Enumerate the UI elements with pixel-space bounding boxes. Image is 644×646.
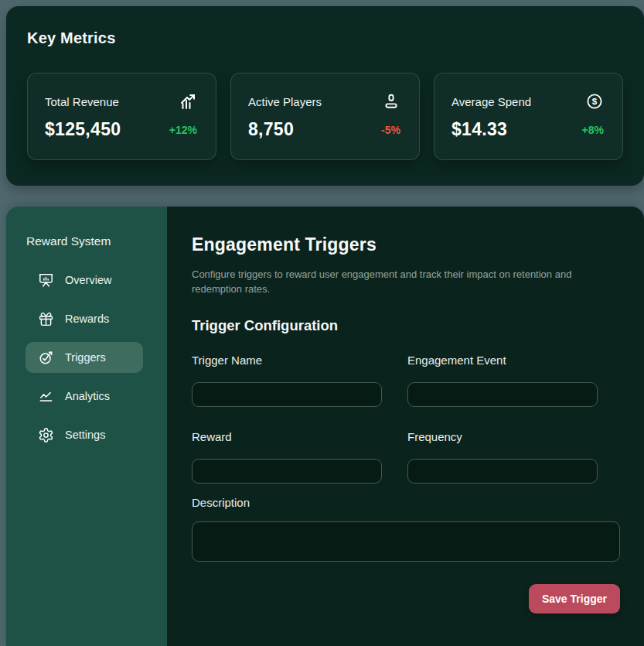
description-label: Description: [192, 496, 620, 509]
metric-label: Total Revenue: [45, 95, 119, 108]
trigger-configuration-form: Trigger Name Engagement Event Reward Fre…: [192, 354, 620, 614]
sidebar-item-label: Settings: [65, 429, 105, 441]
trigger-name-input[interactable]: [192, 382, 382, 407]
metric-value: $125,450: [45, 119, 121, 140]
dashboard-page: Key Metrics Total Revenue $125,450 +12%: [0, 0, 644, 646]
metric-value: $14.33: [451, 119, 507, 140]
field-frequency: Frequency: [407, 430, 598, 484]
metric-card-active-players: Active Players 8,750 -5%: [230, 73, 420, 160]
section-title: Trigger Configuration: [192, 317, 620, 334]
frequency-input[interactable]: [407, 459, 598, 484]
metric-card-average-spend: Average Spend $ $14.33 +8%: [434, 73, 623, 160]
gear-icon: [38, 427, 54, 443]
sidebar-item-settings[interactable]: Settings: [26, 419, 143, 450]
description-textarea[interactable]: [192, 521, 620, 562]
presentation-chart-icon: [38, 272, 54, 289]
goal-check-icon: [38, 350, 54, 366]
field-reward: Reward: [192, 430, 382, 484]
bar-chart-trending-up-icon: [179, 92, 197, 111]
page-description: Configure triggers to reward user engage…: [192, 268, 591, 297]
sidebar-item-label: Analytics: [65, 390, 110, 402]
frequency-label: Frequency: [407, 430, 598, 443]
engagement-event-label: Engagement Event: [407, 354, 598, 367]
sidebar-item-overview[interactable]: Overview: [26, 265, 143, 296]
reward-system-panel: Reward System Overview: [6, 207, 644, 646]
metric-label: Average Spend: [451, 95, 531, 108]
sidebar-item-label: Triggers: [65, 351, 106, 364]
reward-input[interactable]: [192, 459, 382, 484]
field-description: Description: [192, 496, 620, 562]
user-icon: [382, 92, 400, 111]
metric-change: +8%: [582, 124, 604, 136]
line-chart-icon: [38, 388, 54, 405]
key-metrics-title: Key Metrics: [27, 29, 623, 47]
sidebar-item-label: Overview: [65, 274, 111, 286]
sidebar: Reward System Overview: [6, 207, 167, 646]
save-trigger-button[interactable]: Save Trigger: [529, 584, 620, 614]
sidebar-title: Reward System: [26, 234, 148, 248]
svg-text:$: $: [592, 97, 598, 106]
trigger-name-label: Trigger Name: [192, 354, 382, 367]
metric-label: Active Players: [248, 95, 322, 108]
field-trigger-name: Trigger Name: [192, 354, 382, 407]
engagement-event-input[interactable]: [407, 382, 598, 407]
dollar-circle-icon: $: [585, 92, 604, 111]
sidebar-nav: Overview Rewards: [26, 265, 148, 450]
metric-change: -5%: [381, 124, 400, 136]
metric-card-total-revenue: Total Revenue $125,450 +12%: [27, 73, 216, 160]
sidebar-item-label: Rewards: [65, 313, 109, 325]
sidebar-item-triggers[interactable]: Triggers: [26, 342, 143, 373]
main-content: Engagement Triggers Configure triggers t…: [167, 207, 644, 646]
key-metrics-panel: Key Metrics Total Revenue $125,450 +12%: [6, 6, 644, 186]
metric-value: 8,750: [248, 119, 294, 140]
metric-cards-row: Total Revenue $125,450 +12% Active Playe…: [27, 73, 623, 160]
gift-icon: [38, 311, 54, 327]
reward-label: Reward: [192, 430, 382, 443]
sidebar-item-analytics[interactable]: Analytics: [26, 381, 143, 412]
page-title: Engagement Triggers: [192, 234, 620, 255]
field-engagement-event: Engagement Event: [407, 354, 598, 407]
sidebar-item-rewards[interactable]: Rewards: [26, 303, 143, 334]
metric-change: +12%: [169, 124, 197, 136]
